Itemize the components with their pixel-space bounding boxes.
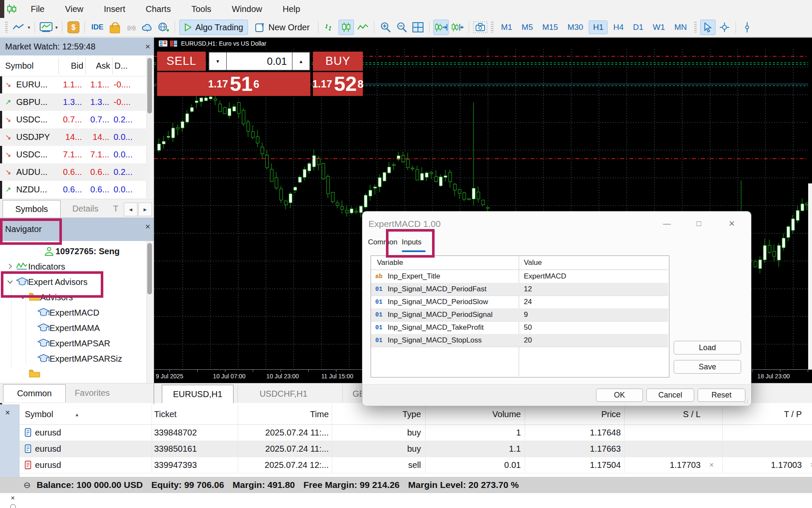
algo-trading-button[interactable]: Algo Trading [179,20,248,35]
value-cell[interactable]: 50 [524,321,532,334]
position-row[interactable]: eurusd3399473932025.07.24 12:...sell0.01… [20,457,812,473]
dollar-icon[interactable]: $ [66,20,81,35]
collapse-icon[interactable]: ⊖ [23,480,31,490]
value-cell[interactable]: 20 [524,334,532,347]
new-chart-icon[interactable] [39,20,53,35]
sort-ascending-icon[interactable]: ▴ [76,404,79,424]
save-button[interactable]: Save [674,360,741,374]
timeframe-mn[interactable]: MN [671,21,691,34]
scroll-left-icon[interactable]: ◂ [124,203,137,216]
column-time[interactable]: Time [259,404,329,424]
value-cell[interactable]: 9 [524,308,528,321]
chart-tab-usdchf-h1[interactable]: USDCHF,H1 [237,385,329,403]
menu-item-view[interactable]: View [55,4,93,14]
candle-chart-icon[interactable] [339,20,354,35]
cursor-icon[interactable] [700,20,716,35]
shift-to-end-icon[interactable] [433,20,449,35]
column-d[interactable]: D... [114,55,144,76]
column-symbol[interactable]: Symbol [5,55,56,76]
tab-favorites[interactable]: Favorites [68,384,116,402]
buy-button[interactable]: BUY [313,52,363,71]
timeframe-m30[interactable]: M30 [564,21,587,34]
ide-button[interactable]: IDE [88,23,107,32]
value-cell[interactable]: ExpertMACD [524,270,566,283]
chart-line-tool-icon[interactable] [11,20,26,35]
column-volume[interactable]: Volume [447,404,521,424]
input-row-inp_signal_macd_periodsignal[interactable]: 01Inp_Signal_MACD_PeriodSignal9 [371,308,668,322]
market-watch-row[interactable]: ↗GBPU...1.3...1.3...-0.... [0,93,146,111]
buy-price[interactable]: 1.17 52 8 [313,72,363,96]
resize-grip[interactable] [744,399,748,403]
input-row-inp_expert_title[interactable]: abInp_Expert_TitleExpertMACD [371,270,668,283]
tab-common[interactable]: Common [3,384,66,402]
tree-item-expertmama[interactable]: ExpertMAMA [0,320,146,336]
quick-trade-icon[interactable] [170,41,178,46]
column-ask[interactable]: Ask [85,55,110,76]
new-order-button[interactable]: New Order [251,20,314,35]
zoom-in-icon[interactable] [378,20,393,35]
navigator-scrollbar-thumb[interactable] [147,243,152,294]
timeframe-m15[interactable]: M15 [538,21,562,34]
column-tp[interactable]: T / P [728,404,802,424]
vertical-line-icon[interactable] [740,20,754,35]
column-bid[interactable]: Bid [58,55,83,76]
timeframe-m5[interactable]: M5 [518,21,537,34]
volume-decrease-button[interactable]: ▾ [209,52,227,70]
column-type[interactable]: Type [361,404,421,424]
remove-sl-icon[interactable]: × [709,457,714,473]
column-price[interactable]: Price [545,404,621,424]
menu-item-charts[interactable]: Charts [135,4,181,14]
maximize-icon[interactable]: □ [692,217,706,230]
zoom-out-icon[interactable] [394,20,409,35]
tree-item-expert-advisors[interactable]: Expert Advisors [0,274,146,290]
load-button[interactable]: Load [674,341,741,354]
column-symbol[interactable]: Symbol [25,404,53,424]
toolbar-drag-handle[interactable] [5,22,8,33]
crosshair-icon[interactable] [717,20,732,35]
toolbox-close-icon[interactable]: × [5,408,10,418]
cancel-button[interactable]: Cancel [646,389,694,402]
position-row[interactable]: eurusd3398501612025.07.24 11:...buy1.11.… [20,441,812,457]
tab-t[interactable]: T [110,200,121,218]
timeframe-d1[interactable]: D1 [629,21,647,34]
volume-increase-button[interactable]: ▴ [292,52,310,70]
dropdown-arrow-icon[interactable]: ▾ [28,25,30,30]
column-ticket[interactable]: Ticket [154,404,177,424]
input-row-inp_signal_macd_periodslow[interactable]: 01Inp_Signal_MACD_PeriodSlow24 [371,296,668,309]
market-watch-row[interactable]: ↘USDC...7.1...7.1...0.0... [0,146,146,163]
tree-item-indicators[interactable]: Indicators [0,259,146,274]
market-watch-row[interactable]: ↘USDJPY14...14...0.0... [0,128,146,146]
market-bag-icon[interactable] [108,20,122,35]
sell-button[interactable]: SELL [157,52,206,71]
menu-item-help[interactable]: Help [272,4,310,14]
chevron-right-icon[interactable] [7,263,13,270]
timeframe-h1[interactable]: H1 [589,20,608,34]
value-cell[interactable]: 12 [524,283,532,296]
toolbar-drag-handle[interactable] [694,22,697,33]
position-row[interactable]: eurusd3398487022025.07.24 11:...buy11.17… [20,424,812,441]
minimize-icon[interactable]: — [660,217,674,230]
toolbar-drag-handle[interactable] [491,22,494,33]
reset-button[interactable]: Reset [698,389,745,402]
line-chart-icon[interactable] [356,20,370,35]
tab-details[interactable]: Details [64,200,107,218]
bar-chart-icon[interactable] [322,20,337,35]
input-row-inp_signal_macd_periodfast[interactable]: 01Inp_Signal_MACD_PeriodFast12 [371,283,668,296]
column-sl[interactable]: S / L [630,404,701,424]
menu-item-window[interactable]: Window [222,4,272,14]
chart-tab-eurusd-h1[interactable]: EURUSD,H1 [162,385,234,403]
signals-icon[interactable]: ((o)) [124,20,138,35]
menu-item-tools[interactable]: Tools [181,4,222,14]
tree-item-advisors[interactable]: Advisors [0,290,146,305]
timeframe-m1[interactable]: M1 [497,21,516,34]
tree-item-10972765-seng[interactable]: 10972765: Seng [0,244,146,259]
market-watch-scrollbar-thumb[interactable] [147,58,152,113]
scroll-right-icon[interactable]: ▸ [138,203,152,216]
vps-globe-icon[interactable] [156,20,171,35]
market-watch-row[interactable]: ↘AUDU...0.6...0.6...0.2... [0,163,146,181]
remove-tp-icon[interactable]: × [810,457,812,473]
tree-item-expertmapsar[interactable]: ExpertMAPSAR [0,336,146,351]
tree-item-expertmapsarsiz[interactable]: ExpertMAPSARSiz [0,351,146,366]
depth-of-market-icon[interactable] [159,41,167,46]
chevron-down-icon[interactable] [7,279,13,285]
